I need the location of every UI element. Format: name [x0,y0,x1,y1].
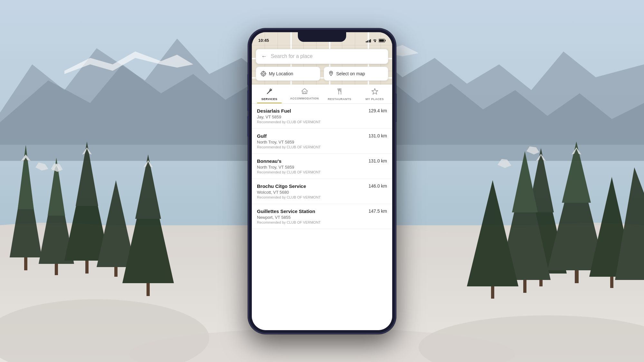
result-info-3: Brochu Citgo Service Wolcott, VT 5680 Re… [257,183,365,199]
phone-frame: North Hyde 14 10:45 [248,28,396,334]
svg-rect-49 [385,40,386,41]
results-list: Desiarlais Fuel Jay, VT 5859 Recommended… [252,104,392,330]
volume-up-button [247,90,249,111]
result-distance-4: 147.5 km [368,209,387,214]
result-recommended-0: Recommended by CLUB OF VERMONT [257,120,365,124]
star-icon [371,88,378,95]
accommodation-tab-label: ACCOMMODATION [290,97,319,100]
result-recommended-4: Recommended by CLUB OF VERMONT [257,220,365,224]
back-icon[interactable]: ← [261,53,267,60]
notch [298,32,346,42]
my-places-tab-label: MY PLACES [365,97,384,101]
services-icon [266,88,273,97]
my-location-icon [260,71,266,77]
signal-bar-1 [366,41,367,42]
my-location-button[interactable]: My Location [256,67,320,81]
result-info-4: Guillettes Service Station Newport, VT 5… [257,209,365,224]
result-distance-0: 129.4 km [368,108,387,113]
result-distance-3: 146.0 km [368,183,387,189]
result-address-1: North Troy, VT 5859 [257,140,365,144]
tab-my-places[interactable]: MY PLACES [357,85,392,103]
select-on-map-button[interactable]: Select on map [324,67,388,81]
svg-rect-13 [55,264,58,275]
svg-rect-8 [24,257,27,270]
svg-rect-35 [610,277,613,288]
tab-accommodation[interactable]: ACCOMMODATION [287,85,322,103]
result-info-1: Gulf North Troy, VT 5859 Recommended by … [257,133,365,149]
result-distance-2: 131.0 km [368,158,387,163]
result-name-4: Guillettes Service Station [257,209,365,214]
svg-point-57 [330,72,332,73]
result-name-3: Brochu Citgo Service [257,183,365,189]
svg-rect-61 [304,92,306,94]
svg-point-52 [262,73,264,75]
signal-bar-3 [369,40,370,42]
battery-icon [379,39,386,42]
result-item-1[interactable]: Gulf North Troy, VT 5859 Recommended by … [252,129,392,154]
result-name-0: Desiarlais Fuel [257,108,365,114]
result-item-2[interactable]: Bonneau's North Troy, VT 5859 Recommende… [252,154,392,179]
search-bar[interactable]: ← Search for a place [256,49,388,64]
house-icon [301,88,308,94]
result-address-4: Newport, VT 5855 [257,215,365,220]
result-recommended-1: Recommended by CLUB OF VERMONT [257,145,365,149]
location-buttons-row: My Location Select on map [256,67,388,81]
result-recommended-2: Recommended by CLUB OF VERMONT [257,170,365,174]
result-item-3[interactable]: Brochu Citgo Service Wolcott, VT 5680 Re… [252,179,392,204]
status-icons [366,39,386,42]
result-address-3: Wolcott, VT 5680 [257,190,365,195]
svg-rect-50 [379,39,384,42]
result-name-1: Gulf [257,133,365,139]
wifi-icon [373,39,377,42]
result-address-2: North Troy, VT 5859 [257,165,365,170]
result-name-2: Bonneau's [257,158,365,164]
search-placeholder[interactable]: Search for a place [271,53,383,59]
result-recommended-3: Recommended by CLUB OF VERMONT [257,195,365,199]
svg-rect-20 [114,267,118,277]
tabs-bar: SERVICES ACCOMMODATION [252,85,392,104]
result-item-0[interactable]: Desiarlais Fuel Jay, VT 5859 Recommended… [252,104,392,129]
result-info-0: Desiarlais Fuel Jay, VT 5859 Recommended… [257,108,365,124]
restaurants-tab-label: RESTAURANTS [328,97,351,101]
tab-services[interactable]: SERVICES [252,85,287,103]
svg-rect-39 [523,280,526,293]
tab-restaurants[interactable]: RESTAURANTS [322,85,357,103]
signal-strength-icon [366,39,371,42]
svg-rect-17 [85,261,89,274]
svg-marker-60 [302,88,308,94]
restaurants-icon [337,88,343,97]
volume-down-button [247,116,249,137]
select-on-map-icon [328,71,334,77]
wrench-screwdriver-icon [266,88,273,95]
signal-bar-2 [367,41,368,42]
result-info-2: Bonneau's North Troy, VT 5859 Recommende… [257,158,365,174]
status-time: 10:45 [258,38,269,43]
accommodation-icon [301,88,308,96]
phone-screen: North Hyde 14 10:45 [252,32,392,330]
select-on-map-label: Select on map [336,71,365,76]
mute-button [247,74,249,85]
power-button [395,93,397,122]
svg-rect-32 [575,270,579,283]
fork-knife-icon [337,88,343,95]
my-places-icon [371,88,378,97]
svg-rect-23 [147,283,150,296]
svg-point-51 [261,71,266,76]
svg-rect-41 [491,286,494,299]
services-tab-label: SERVICES [261,97,277,101]
result-address-0: Jay, VT 5859 [257,115,365,119]
result-distance-1: 131.0 km [368,133,387,138]
signal-bar-4 [370,39,371,42]
ui-overlay: ← Search for a place My Location [252,46,392,330]
result-item-4[interactable]: Guillettes Service Station Newport, VT 5… [252,204,392,229]
svg-marker-65 [372,88,378,94]
my-location-label: My Location [269,71,293,76]
